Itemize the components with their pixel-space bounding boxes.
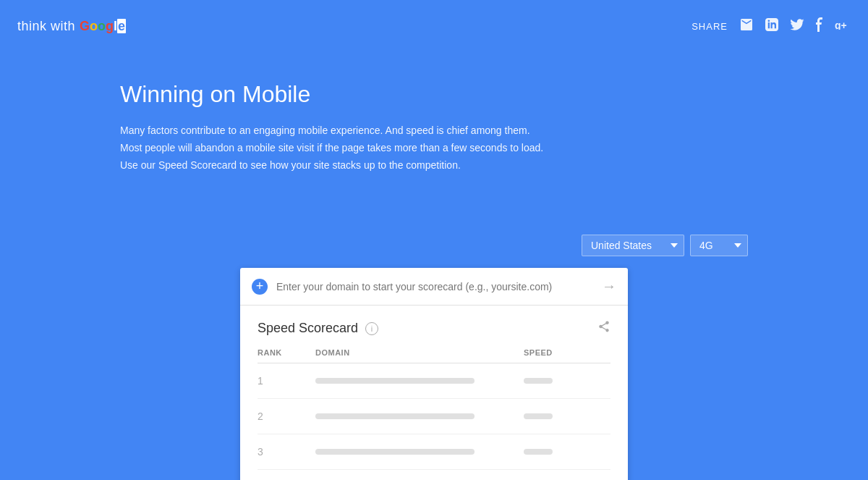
scorecard-title-row: Speed Scorecard i	[258, 321, 378, 336]
header-right: SHARE g+	[692, 17, 851, 35]
search-card: + → Speed Scorecard i	[240, 268, 628, 480]
scorecard-title: Speed Scorecard	[258, 321, 358, 336]
row-domain-placeholder-2	[315, 413, 475, 419]
hero-title: Winning on Mobile	[120, 81, 748, 108]
logo-o2-letter: o	[98, 19, 106, 33]
row-domain-placeholder-3	[315, 449, 475, 455]
facebook-icon[interactable]	[816, 17, 823, 35]
row-rank-2: 2	[258, 410, 315, 422]
row-domain-placeholder-1	[315, 378, 475, 384]
logo-g2-letter: g	[106, 19, 114, 33]
domain-col-header: DOMAIN	[315, 348, 524, 357]
connection-dropdown[interactable]: 4G 3G	[690, 235, 748, 256]
googleplus-icon[interactable]: g+	[835, 20, 851, 33]
table-row: ...	[258, 470, 610, 480]
rank-col-header: RANK	[258, 348, 315, 357]
share-label: SHARE	[692, 21, 728, 32]
hero-content: Winning on Mobile Many factors contribut…	[0, 52, 868, 217]
table-row: 2	[258, 399, 610, 434]
search-arrow-icon[interactable]: →	[602, 278, 616, 295]
info-icon[interactable]: i	[365, 322, 378, 335]
speed-col-header: SPEED	[524, 348, 610, 357]
row-speed-placeholder-1	[524, 378, 553, 384]
filters-row: United States United Kingdom Canada Aust…	[0, 217, 868, 256]
logo-google-text: Google	[80, 19, 126, 34]
header: think with Google SHARE	[0, 0, 868, 52]
logo-o1-letter: o	[90, 19, 98, 33]
hero-description: Many factors contribute to an engaging m…	[120, 122, 554, 174]
search-plus-icon: +	[252, 279, 268, 295]
scorecard-header: Speed Scorecard i	[258, 320, 610, 337]
table-header: RANK DOMAIN SPEED	[258, 348, 610, 363]
hero-section: Winning on Mobile Many factors contribut…	[0, 52, 868, 480]
row-rank-3: 3	[258, 446, 315, 458]
search-card-wrapper: + → Speed Scorecard i	[0, 268, 868, 480]
country-dropdown[interactable]: United States United Kingdom Canada Aust…	[582, 235, 684, 256]
email-icon[interactable]	[739, 19, 754, 33]
logo-e-letter: e	[117, 19, 126, 33]
table-row: 3	[258, 434, 610, 470]
table-row: 1	[258, 363, 610, 399]
search-row: + →	[240, 268, 628, 306]
domain-search-input[interactable]	[276, 281, 602, 292]
logo-think-text: think with	[17, 19, 75, 34]
svg-text:g+: g+	[835, 20, 847, 30]
scorecard-share-icon[interactable]	[597, 320, 610, 337]
row-rank-1: 1	[258, 375, 315, 387]
row-speed-placeholder-2	[524, 413, 553, 419]
scorecard-section: Speed Scorecard i RANK DOMAIN SPEED	[240, 306, 628, 480]
logo: think with Google	[17, 19, 126, 34]
row-speed-placeholder-3	[524, 449, 553, 455]
linkedin-icon[interactable]	[765, 18, 778, 34]
twitter-icon[interactable]	[790, 19, 804, 33]
logo-g-letter: G	[80, 19, 90, 33]
